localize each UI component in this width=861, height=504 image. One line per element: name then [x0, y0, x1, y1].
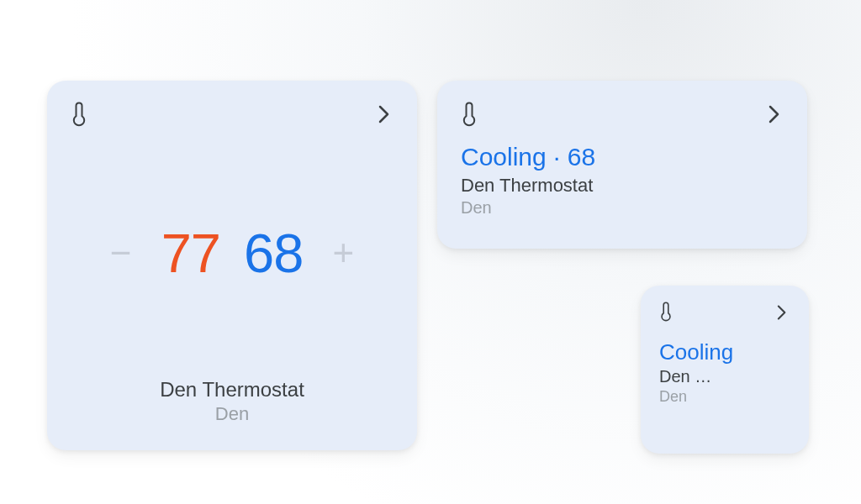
- room-name: Den: [71, 403, 394, 425]
- thermometer-icon: [659, 301, 673, 323]
- decrease-temp-button[interactable]: −: [104, 234, 138, 271]
- thermostat-card-large[interactable]: − 77 68 + Den Thermostat Den: [47, 81, 417, 450]
- cool-setpoint: 68: [244, 222, 303, 285]
- device-name: Den …: [659, 367, 790, 386]
- heat-setpoint: 77: [161, 222, 220, 285]
- status-line: Cooling · 68: [461, 143, 784, 171]
- thermostat-card-medium[interactable]: Cooling · 68 Den Thermostat Den: [437, 81, 807, 249]
- thermostat-card-small[interactable]: Cooling Den … Den: [641, 286, 809, 454]
- chevron-right-icon[interactable]: [765, 101, 784, 128]
- device-name: Den Thermostat: [71, 378, 394, 402]
- setpoint-row: − 77 68 +: [71, 136, 394, 370]
- status-line: Cooling: [659, 339, 790, 365]
- room-name: Den: [659, 388, 790, 406]
- thermometer-icon: [461, 101, 478, 128]
- thermometer-icon: [71, 101, 87, 128]
- increase-temp-button[interactable]: +: [326, 234, 360, 271]
- room-name: Den: [461, 198, 784, 218]
- device-name: Den Thermostat: [461, 175, 784, 197]
- chevron-right-icon[interactable]: [375, 101, 394, 128]
- chevron-right-icon[interactable]: [774, 301, 790, 324]
